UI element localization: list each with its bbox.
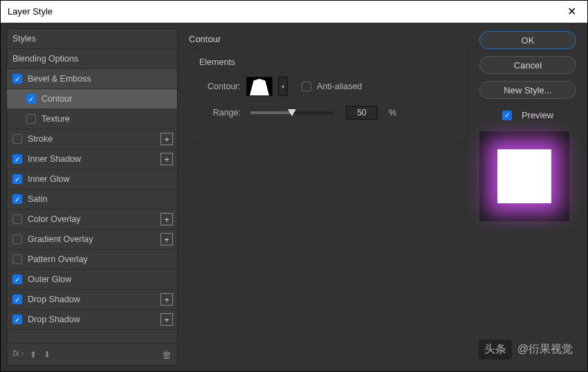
sidebar-label: Gradient Overlay — [28, 234, 93, 244]
sidebar-item-pattern-overlay[interactable]: Pattern Overlay — [7, 250, 177, 270]
checkbox-icon[interactable] — [12, 254, 22, 264]
fx-icon[interactable]: fx˅ — [12, 348, 23, 361]
sidebar-item-color-overlay[interactable]: Color Overlay+ — [7, 210, 177, 230]
arrow-down-icon[interactable]: ⬇ — [44, 350, 50, 360]
close-icon: ✕ — [567, 5, 576, 18]
button-label: OK — [522, 35, 535, 46]
sidebar-item-gradient-overlay[interactable]: Gradient Overlay+ — [7, 230, 177, 250]
add-icon[interactable]: + — [160, 313, 173, 326]
new-style-button[interactable]: New Style... — [479, 81, 576, 99]
checkbox-icon[interactable]: ✓ — [12, 74, 22, 84]
sidebar-item-contour[interactable]: ✓Contour — [7, 89, 177, 109]
ok-button[interactable]: OK — [479, 31, 576, 49]
contour-curve-icon — [250, 79, 269, 95]
contour-dropdown[interactable]: ▾ — [278, 77, 288, 96]
sidebar-label: Pattern Overlay — [28, 254, 88, 264]
range-slider[interactable] — [250, 111, 333, 114]
sidebar-item-inner-shadow[interactable]: ✓Inner Shadow+ — [7, 149, 177, 169]
button-label: Cancel — [514, 60, 542, 71]
sidebar-item-bevel-emboss[interactable]: ✓Bevel & Emboss — [7, 69, 177, 89]
sidebar-label: Drop Shadow — [28, 295, 80, 304]
sidebar-label: Satin — [28, 194, 48, 204]
checkbox-icon[interactable]: ✓ — [12, 194, 22, 204]
preview-label: Preview — [522, 110, 553, 120]
sidebar-label: Color Overlay — [28, 214, 80, 224]
checkbox-icon[interactable] — [12, 234, 22, 244]
preview-checkbox[interactable]: ✓ — [502, 111, 512, 120]
arrow-up-icon[interactable]: ⬆ — [30, 350, 37, 360]
add-icon[interactable]: + — [160, 233, 173, 245]
range-unit: % — [389, 108, 396, 118]
range-input[interactable] — [346, 106, 378, 120]
sidebar-item-drop-shadow-1[interactable]: ✓Drop Shadow+ — [7, 290, 177, 310]
sidebar-label: Blending Options — [12, 54, 78, 64]
dialog-title: Layer Style — [8, 6, 53, 17]
checkbox-icon[interactable]: ✓ — [26, 94, 36, 104]
preview-swatch — [497, 149, 551, 203]
sidebar-item-stroke[interactable]: Stroke+ — [7, 129, 177, 149]
button-label: New Style... — [504, 85, 551, 95]
cancel-button[interactable]: Cancel — [479, 56, 576, 74]
add-icon[interactable]: + — [160, 293, 173, 306]
sidebar-item-satin[interactable]: ✓Satin — [7, 189, 177, 210]
main-panel: Contour Elements Contour: ▾ Anti-aliased… — [178, 28, 479, 366]
right-column: OK Cancel New Style... ✓ Preview — [479, 28, 582, 366]
sidebar-label: Outer Glow — [28, 275, 71, 284]
checkbox-icon[interactable] — [12, 214, 22, 224]
sidebar-item-outer-glow[interactable]: ✓Outer Glow — [7, 270, 177, 290]
add-icon[interactable]: + — [160, 213, 173, 225]
titlebar: Layer Style ✕ — [1, 1, 587, 23]
sidebar-label: Drop Shadow — [28, 315, 80, 324]
sidebar-item-blending-options[interactable]: Blending Options — [7, 49, 177, 69]
sidebar-label: Inner Glow — [28, 174, 69, 184]
sidebar-item-drop-shadow-2[interactable]: ✓Drop Shadow+ — [7, 310, 177, 330]
sidebar-label: Inner Shadow — [28, 154, 81, 164]
sidebar-item-styles[interactable]: Styles — [7, 29, 177, 49]
sidebar-item-inner-glow[interactable]: ✓Inner Glow — [7, 169, 177, 189]
checkbox-icon[interactable]: ✓ — [12, 174, 22, 184]
sidebar-label: Styles — [12, 34, 36, 44]
sidebar-label: Bevel & Emboss — [28, 74, 91, 84]
sidebar-label: Contour — [42, 94, 72, 104]
trash-icon[interactable]: 🗑 — [162, 349, 172, 360]
checkbox-icon[interactable]: ✓ — [12, 315, 22, 324]
add-icon[interactable]: + — [160, 153, 173, 165]
section-title: Contour — [189, 34, 468, 44]
slider-fill — [250, 111, 292, 114]
sidebar-footer: fx˅ ⬆ ⬇ 🗑 — [7, 343, 177, 365]
sidebar-item-texture[interactable]: Texture — [7, 109, 177, 129]
checkbox-icon[interactable] — [26, 114, 36, 124]
checkbox-icon[interactable] — [12, 134, 22, 144]
fieldset-label: Elements — [199, 57, 458, 67]
anti-aliased-label: Anti-aliased — [317, 82, 362, 91]
chevron-down-icon: ▾ — [282, 84, 284, 90]
checkbox-icon[interactable]: ✓ — [12, 275, 22, 284]
elements-fieldset: Elements Contour: ▾ Anti-aliased Range: … — [189, 50, 468, 142]
range-label: Range: — [199, 108, 241, 118]
sidebar-label: Stroke — [28, 134, 53, 144]
preview-canvas — [479, 131, 569, 221]
close-button[interactable]: ✕ — [555, 1, 587, 23]
anti-aliased-checkbox[interactable] — [302, 82, 311, 91]
contour-picker[interactable] — [246, 77, 273, 96]
styles-sidebar: Styles Blending Options ✓Bevel & Emboss … — [6, 28, 178, 366]
checkbox-icon[interactable]: ✓ — [12, 295, 22, 304]
add-icon[interactable]: + — [160, 133, 173, 145]
contour-label: Contour: — [199, 82, 241, 91]
sidebar-label: Texture — [42, 114, 70, 124]
checkbox-icon[interactable]: ✓ — [12, 154, 22, 164]
